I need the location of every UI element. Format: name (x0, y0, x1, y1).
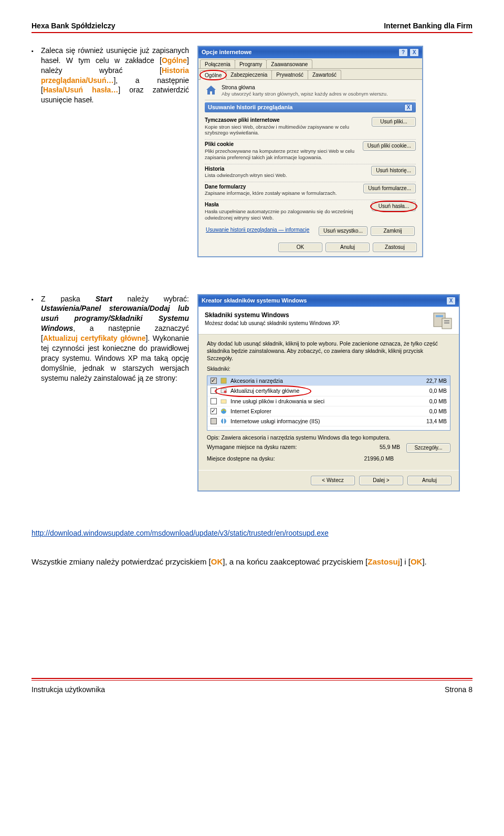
svg-rect-11 (223, 419, 224, 424)
list-label: Składniki: (207, 365, 450, 372)
details-button[interactable]: Szczegóły... (406, 443, 450, 453)
required-space: Wymagane miejsce na dysku razem: 55,9 MB… (207, 443, 450, 453)
delete-all-button[interactable]: Usuń wszystko... (319, 226, 368, 236)
component-item[interactable]: Internet Explorer0,0 MB (207, 406, 450, 416)
component-label: Internetowe usługi informacyjne (IIS) (230, 417, 410, 425)
tab-zaawansowane[interactable]: Zaawansowane (266, 59, 312, 69)
group-action-button[interactable]: Usuń formularze... (363, 184, 416, 193)
component-label: Internet Explorer (230, 407, 410, 415)
svg-point-7 (224, 391, 227, 393)
page-footer: Instrukcja użytkownika Strona 8 (32, 685, 472, 695)
group-action-button[interactable]: Usuń historię... (371, 166, 416, 175)
close-button[interactable]: X (410, 48, 419, 57)
svg-rect-4 (444, 322, 449, 323)
header-left: Hexa Bank Spółdzielczy (32, 21, 116, 31)
component-item[interactable]: Internetowe usługi informacyjne (IIS)13,… (207, 416, 450, 426)
cert-icon (220, 387, 227, 394)
kreator-title: Kreator składników systemu Windows (202, 297, 307, 305)
component-item[interactable]: Akcesoria i narzędzia22,7 MB (207, 376, 450, 386)
checkbox[interactable] (211, 418, 217, 424)
footer-rule-top (32, 678, 472, 679)
tools-icon (220, 377, 227, 384)
header-rule (32, 32, 472, 33)
footer-right: Strona 8 (445, 685, 472, 695)
footer-rule-bottom (32, 680, 472, 681)
tab-zabezpieczenia[interactable]: Zabezpieczenia (226, 70, 272, 79)
svg-rect-8 (221, 400, 226, 403)
component-size: 13,4 MB (413, 417, 447, 425)
tab-zawartosc[interactable]: Zawartość (308, 70, 341, 79)
download-link-row: http://download.windowsupdate.com/msdown… (32, 528, 472, 538)
group-action-button[interactable]: Usuń pliki cookie... (363, 141, 416, 151)
header-right: Internet Banking dla Firm (384, 21, 472, 31)
titlebar: Opcje internetowe ? X (198, 47, 422, 58)
ok-button[interactable]: OK (278, 243, 322, 252)
tabs-row-2: Ogólne Zabezpieczenia Prywatność Zawarto… (198, 69, 422, 80)
component-size: 22,7 MB (413, 377, 447, 384)
dialog-opcje-internetowe: Opcje internetowe ? X Połączenia Program… (197, 46, 423, 257)
tab-ogolne[interactable]: Ogólne (200, 70, 226, 80)
components-list[interactable]: Akcesoria i narzędzia22,7 MBAktualizuj c… (207, 375, 450, 431)
sub-close-button[interactable]: X (404, 104, 413, 111)
kreator-close-button[interactable]: X (446, 297, 456, 305)
kreator-footer: < Wstecz Dalej > Anuluj (198, 470, 459, 490)
group-action-button[interactable]: Usuń hasła... (372, 202, 416, 211)
group-action-button[interactable]: Usuń pliki... (372, 117, 416, 127)
svg-rect-3 (444, 320, 449, 321)
component-item[interactable]: Aktualizuj certyfikaty główne0,0 MB (207, 386, 450, 396)
info-link[interactable]: Usuwanie historii przeglądania — informa… (206, 226, 309, 236)
component-size: 0,0 MB (413, 407, 447, 415)
wstecz-button[interactable]: < Wstecz (311, 476, 355, 485)
ie-icon (220, 407, 227, 415)
component-size: 0,0 MB (413, 387, 447, 394)
close-sub-button[interactable]: Zamknij (371, 226, 415, 236)
component-label: Inne usługi plików i drukowania w sieci (230, 398, 410, 405)
tab-prywatnosc[interactable]: Prywatność (271, 70, 308, 79)
group-row: HasłaHasła uzupełniane automatycznie po … (205, 200, 416, 224)
tabs-row-1: Połączenia Programy Zaawansowane (198, 58, 422, 69)
home-icon (205, 84, 217, 97)
page-header: Hexa Bank Spółdzielczy Internet Banking … (32, 21, 472, 31)
closing-paragraph: Wszystkie zmiany należy potwierdzać przy… (32, 557, 472, 567)
anuluj-button-2[interactable]: Anuluj (407, 476, 452, 485)
iis-icon (220, 417, 227, 425)
anuluj-button[interactable]: Anuluj (326, 243, 370, 252)
sub-bottom-row: Usuwanie historii przeglądania — informa… (205, 224, 416, 237)
component-item[interactable]: Inne usługi plików i drukowania w sieci0… (207, 396, 450, 406)
checkbox[interactable] (211, 408, 217, 414)
group-row: Tymczasowe pliki internetoweKopie stron … (205, 116, 416, 140)
server-icon (432, 311, 453, 330)
group-row: Pliki cookiePliki przechowywane na kompu… (205, 140, 416, 164)
checkbox[interactable] (211, 388, 217, 394)
checkbox[interactable] (211, 378, 217, 384)
tab-polaczenia[interactable]: Połączenia (200, 59, 235, 69)
home-text: Strona główna Aby utworzyć karty stron g… (222, 84, 388, 98)
tab-programy[interactable]: Programy (235, 59, 267, 69)
group-row: HistoriaLista odwiedzonych witryn sieci … (205, 164, 416, 182)
opis-row: Opis: Zawiera akcesoria i narzędzia syst… (207, 434, 450, 441)
dalej-button[interactable]: Dalej > (359, 476, 403, 485)
net-icon (220, 398, 227, 405)
kreator-instr: Aby dodać lub usunąć składnik, kliknij t… (207, 340, 450, 362)
component-size: 0,0 MB (413, 398, 447, 405)
checkbox[interactable] (211, 398, 217, 404)
sub-dialog-title: Usuwanie historii przeglądania X (205, 102, 416, 112)
bullet-2: Z paska Start należy wybrać: Ustawienia/… (41, 294, 189, 383)
available-space: Miejsce dostępne na dysku: 21996,0 MB (207, 455, 450, 462)
section-2: Z paska Start należy wybrać: Ustawienia/… (32, 294, 472, 492)
zastosuj-button[interactable]: Zastosuj (373, 243, 417, 252)
svg-rect-5 (221, 378, 226, 383)
help-button[interactable]: ? (398, 48, 408, 57)
section-1: Zaleca się również usunięcie już zapisan… (32, 46, 472, 257)
kreator-head-text: Składniki systemu Windows Możesz dodać l… (205, 311, 425, 327)
kreator-titlebar: Kreator składników systemu Windows X (198, 295, 459, 307)
dialog-action-row: OK Anuluj Zastosuj (198, 239, 422, 256)
dialog-title: Opcje internetowe (202, 48, 251, 56)
footer-left: Instrukcja użytkownika (32, 685, 105, 695)
download-link[interactable]: http://download.windowsupdate.com/msdown… (32, 529, 329, 537)
dialog-kreator: Kreator składników systemu Windows X Skł… (197, 294, 460, 492)
svg-rect-1 (436, 315, 443, 317)
component-label: Akcesoria i narzędzia (230, 377, 410, 384)
component-label: Aktualizuj certyfikaty główne (230, 387, 410, 394)
group-row: Dane formularzyZapisane informacje, któr… (205, 182, 416, 200)
